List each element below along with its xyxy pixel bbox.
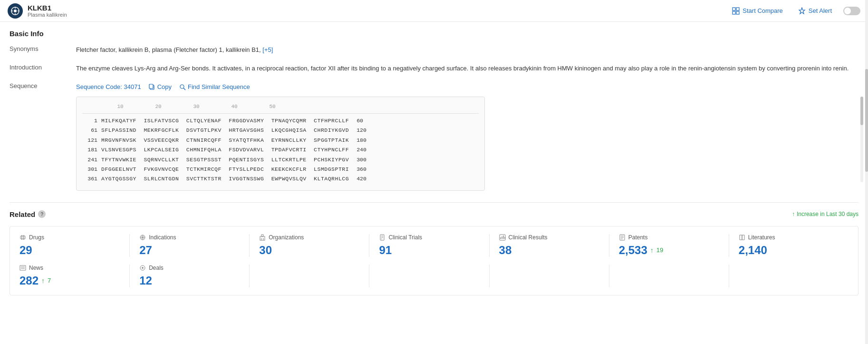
find-similar-icon: [179, 84, 186, 90]
seq-line-1: 1 MILFKQATYF ISLFATVSCG CLTQLYENAF FRGGD…: [82, 117, 479, 125]
deals-value: 12: [139, 274, 240, 287]
app-header: KLKB1 Plasma kallikrein Start Compare Se…: [0, 0, 868, 22]
sequence-header: Sequence Code: 34071 Copy Find Similar S…: [76, 82, 858, 92]
copy-label: Copy: [157, 83, 172, 90]
stat-drugs[interactable]: Drugs 29: [19, 234, 130, 257]
clinical-results-icon: [499, 234, 506, 241]
clinical-results-count: 38: [499, 244, 512, 257]
svg-point-1: [14, 10, 17, 12]
copy-button[interactable]: Copy: [149, 83, 172, 90]
find-similar-label: Find Similar Sequence: [188, 83, 250, 90]
deals-icon: [139, 265, 146, 271]
svg-point-12: [180, 85, 184, 88]
seq-line-4: 181 VLSNVESGPS LKPCALSEIG CHMNIFQHLA FSD…: [82, 146, 479, 154]
patents-increase-arrow: ↑: [650, 246, 654, 254]
sequence-label: Sequence: [10, 82, 76, 89]
stat-patents[interactable]: Patents 2,533 ↑ 19: [609, 234, 729, 257]
sequence-box[interactable]: 10 20 30 40 50 1 MILFKQATYF ISLFATVSCG C…: [76, 97, 485, 190]
introduction-text: The enzyme cleaves Lys-Arg and Arg-Ser b…: [76, 64, 858, 74]
stat-empty-4: [609, 265, 729, 287]
stat-organizations[interactable]: Organizations 30: [250, 234, 369, 257]
seq-line-6: 301 DFGGEELNVT FVKGVNVCQE TCTKMIRCQF FTY…: [82, 165, 479, 174]
svg-rect-9: [736, 11, 739, 14]
organizations-value: 30: [259, 244, 359, 257]
set-alert-button[interactable]: Set Alert: [794, 5, 836, 17]
seq-line-5: 241 TFYTNVWKIE SQRNVCLLKT SESGTPSSST PQE…: [82, 156, 479, 164]
svg-rect-8: [733, 11, 735, 14]
increase-arrow: ↑: [792, 211, 795, 217]
stat-literatures[interactable]: Literatures 2,140: [729, 234, 849, 257]
drug-icon: [19, 234, 26, 241]
sequence-code-link[interactable]: Sequence Code: 34071: [76, 82, 141, 92]
stats-row-1: Drugs 29 Ind: [19, 234, 849, 257]
drugs-label-text: Drugs: [29, 234, 44, 241]
stat-literatures-label: Literatures: [739, 234, 839, 241]
news-label-text: News: [29, 265, 43, 271]
stat-drugs-label: Drugs: [19, 234, 120, 241]
basic-info-title: Basic Info: [10, 29, 858, 38]
scrollbar-thumb[interactable]: [860, 97, 863, 125]
related-header: Related ? ↑ Increase in Last 30 days: [10, 210, 858, 218]
literatures-icon: [739, 234, 745, 241]
stat-empty-5: [729, 265, 849, 287]
copy-icon: [149, 84, 155, 90]
set-alert-label: Set Alert: [809, 7, 832, 14]
synonyms-more-link[interactable]: [+5]: [262, 46, 273, 53]
gene-subtitle: Plasma kallikrein: [28, 12, 67, 18]
introduction-row: Introduction The enzyme cleaves Lys-Arg …: [10, 64, 858, 74]
find-similar-button[interactable]: Find Similar Sequence: [179, 83, 250, 90]
header-right: Start Compare Set Alert: [728, 5, 860, 17]
indications-label-text: Indications: [149, 234, 176, 241]
indications-icon: [139, 234, 146, 241]
app-logo: [8, 3, 23, 19]
page-scrollbar-thumb[interactable]: [865, 69, 868, 172]
header-title: KLKB1 Plasma kallikrein: [28, 4, 67, 18]
stat-indications-label: Indications: [139, 234, 240, 241]
synonyms-row: Synonyms Fletcher factor, kallikrein B, …: [10, 45, 858, 55]
stat-clinical-results[interactable]: Clinical Results 38: [490, 234, 609, 257]
stat-empty-2: [369, 265, 489, 287]
introduction-label: Introduction: [10, 64, 76, 71]
synonyms-text: Fletcher factor, kallikrein B, plasma (F…: [76, 46, 261, 53]
stat-deals-label: Deals: [139, 265, 240, 271]
start-compare-button[interactable]: Start Compare: [728, 5, 787, 17]
toggle-switch[interactable]: [843, 7, 860, 15]
stats-row-2: News 282 ↑ 7 Deals: [19, 265, 849, 287]
stat-clinical-trials-label: Clinical Trials: [379, 234, 479, 241]
svg-rect-14: [20, 236, 25, 239]
organizations-count: 30: [259, 244, 272, 257]
start-compare-label: Start Compare: [743, 7, 783, 14]
seq-line-3: 121 MRGVNFNVSK VSSVEECQKR CTNNIRCQFF SYA…: [82, 136, 479, 145]
clinical-trials-count: 91: [379, 244, 392, 257]
scrollbar-track: [860, 97, 863, 182]
patents-label-text: Patents: [628, 234, 648, 241]
patents-icon: [619, 234, 626, 241]
page-scrollbar[interactable]: [865, 0, 868, 303]
related-info-icon[interactable]: ?: [38, 210, 46, 218]
news-count: 282: [19, 274, 39, 287]
sequence-content: Sequence Code: 34071 Copy Find Similar S…: [76, 82, 858, 191]
increase-label: ↑ Increase in Last 30 days: [792, 211, 858, 217]
gene-name[interactable]: KLKB1: [28, 4, 67, 12]
stat-organizations-label: Organizations: [259, 234, 359, 241]
drugs-value: 29: [19, 244, 120, 257]
compare-icon: [732, 7, 740, 15]
seq-ruler: 10 20 30 40 50: [82, 103, 479, 114]
news-increase-arrow: ↑: [41, 277, 45, 285]
deals-count: 12: [139, 274, 152, 287]
sequence-row: Sequence Sequence Code: 34071 Copy Fi: [10, 82, 858, 191]
stat-patents-label: Patents: [619, 234, 719, 241]
stat-indications[interactable]: Indications 27: [130, 234, 250, 257]
stats-container: Drugs 29 Ind: [10, 226, 858, 295]
synonyms-label: Synonyms: [10, 45, 76, 52]
news-icon: [19, 265, 26, 271]
stat-clinical-results-label: Clinical Results: [499, 234, 599, 241]
stat-news[interactable]: News 282 ↑ 7: [19, 265, 130, 287]
patents-count: 2,533: [619, 244, 647, 257]
main-content: Basic Info Synonyms Fletcher factor, kal…: [0, 22, 868, 303]
clinical-trials-icon: [379, 234, 386, 241]
seq-line-2: 61 SFLPASSIND MEKRFGCFLK DSVTGTLPKV HRTG…: [82, 126, 479, 135]
stat-deals[interactable]: Deals 12: [130, 265, 250, 287]
stat-clinical-trials[interactable]: Clinical Trials 91: [369, 234, 489, 257]
clinical-results-label-text: Clinical Results: [509, 234, 548, 241]
